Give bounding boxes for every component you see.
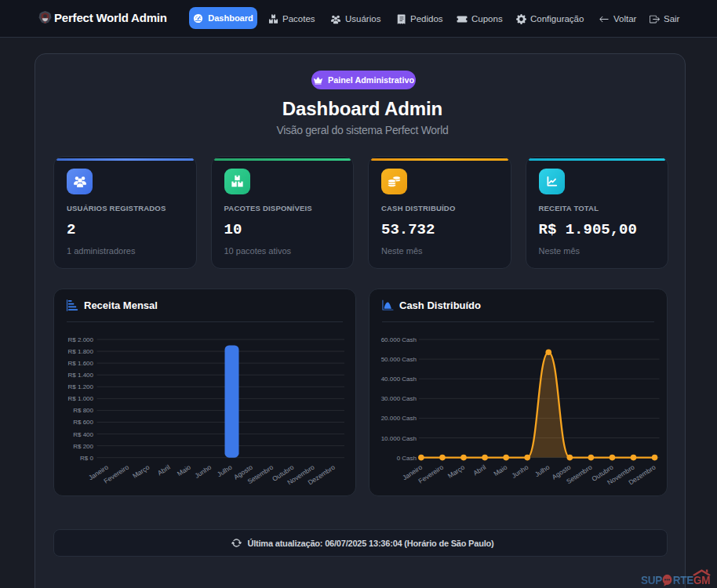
svg-text:R$ 1.000: R$ 1.000 xyxy=(68,395,94,402)
svg-text:50.000 Cash: 50.000 Cash xyxy=(381,356,417,363)
svg-text:R$ 800: R$ 800 xyxy=(73,407,93,414)
svg-text:Junho: Junho xyxy=(510,463,530,480)
svg-text:R$ 0: R$ 0 xyxy=(80,455,93,462)
svg-text:10.000 Cash: 10.000 Cash xyxy=(381,435,417,442)
svg-text:Julho: Julho xyxy=(533,463,551,479)
svg-text:Maio: Maio xyxy=(492,463,508,478)
svg-text:R$ 600: R$ 600 xyxy=(73,419,93,426)
svg-text:0 Cash: 0 Cash xyxy=(397,455,417,462)
svg-text:R$ 1.800: R$ 1.800 xyxy=(68,348,94,355)
svg-text:R$ 1.200: R$ 1.200 xyxy=(68,383,94,390)
svg-text:Março: Março xyxy=(446,463,466,480)
svg-text:40.000 Cash: 40.000 Cash xyxy=(381,376,417,383)
svg-text:Abril: Abril xyxy=(156,463,172,477)
svg-text:Maio: Maio xyxy=(176,463,192,478)
svg-text:Abril: Abril xyxy=(471,463,487,477)
svg-text:R$ 2.000: R$ 2.000 xyxy=(68,336,94,343)
svg-text:R$ 1.400: R$ 1.400 xyxy=(68,372,94,379)
svg-text:Julho: Julho xyxy=(216,463,234,479)
svg-text:30.000 Cash: 30.000 Cash xyxy=(381,395,417,402)
svg-text:20.000 Cash: 20.000 Cash xyxy=(381,415,417,422)
svg-text:R$ 1.600: R$ 1.600 xyxy=(68,360,94,367)
svg-text:Junho: Junho xyxy=(193,463,213,480)
svg-text:R$ 400: R$ 400 xyxy=(73,431,93,438)
svg-text:R$ 200: R$ 200 xyxy=(73,443,93,450)
svg-text:Março: Março xyxy=(131,463,151,480)
svg-text:60.000 Cash: 60.000 Cash xyxy=(381,336,417,343)
